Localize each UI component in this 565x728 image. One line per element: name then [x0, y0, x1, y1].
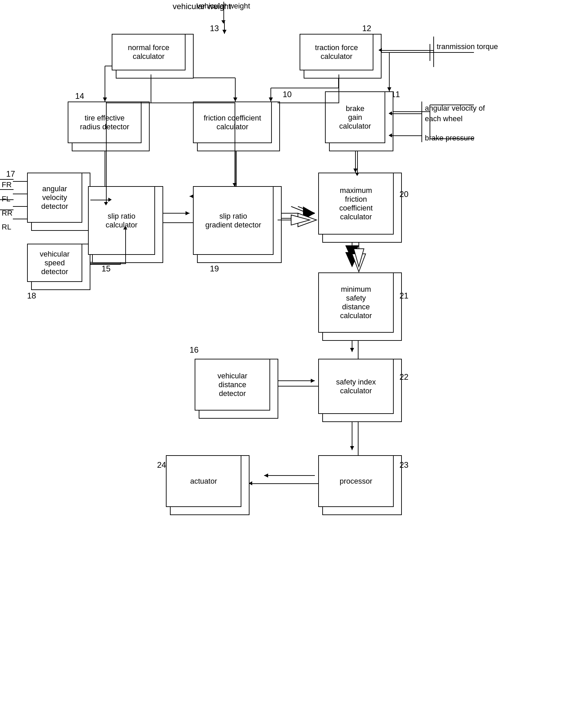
fl-line: [13, 194, 27, 194]
brake-gain-calculator: brakegaincalculator: [325, 91, 389, 147]
safety-to-proc-line: [358, 422, 358, 456]
brake-pressure-label: brake pressure: [425, 134, 475, 142]
svg-marker-61: [264, 473, 268, 478]
num-20: 20: [399, 190, 409, 199]
wheel-labels: FRFLRRRL: [2, 178, 13, 234]
normal-force-calculator: normal forcecalculator: [112, 34, 190, 74]
safety-index-label: safety indexcalculator: [336, 378, 376, 395]
brake-arrow-line1: [389, 113, 422, 114]
av-to-slip-h: [90, 200, 109, 200]
nf-to-fric-h-line: [151, 103, 235, 103]
min-to-safety-line: [358, 341, 358, 359]
svg-marker-57: [311, 379, 315, 383]
num-13: 13: [210, 24, 219, 33]
svg-marker-1: [222, 30, 226, 34]
transmission-torque-label: tranmission torque: [437, 42, 498, 51]
diagram: vehicular weight vehicular weight 13 12 …: [0, 0, 565, 728]
brake-arrow-head1: [389, 111, 392, 115]
slip-ratio-label: slip ratiocalculator: [106, 212, 137, 229]
num-23: 23: [399, 460, 409, 470]
double-arrow-svg: [278, 210, 318, 230]
num-24: 24: [157, 460, 166, 470]
weight-arrow-head: [221, 20, 225, 24]
num-17: 17: [6, 169, 15, 179]
num-18: 18: [27, 291, 36, 301]
num-16: 16: [190, 345, 199, 355]
tire-down-line: [106, 102, 107, 203]
num-10: 10: [283, 90, 292, 99]
vs-to-slip-v: [125, 227, 126, 264]
rl-line: [13, 219, 27, 219]
tf-to-fric-h-line: [278, 103, 339, 103]
processor-box: processor: [318, 455, 398, 511]
normal-force-label: normal forcecalculator: [128, 43, 169, 61]
min-safety-label: minimumsafetydistancecalculator: [340, 285, 372, 320]
veh-dist-to-safety-line: [278, 386, 322, 387]
slip-ratio-calculator: slip ratiocalculator: [88, 186, 159, 259]
slip-ratio-gradient-label: slip ratiogradient detector: [205, 212, 261, 229]
processor-label: processor: [340, 477, 372, 486]
svg-marker-5: [103, 97, 107, 102]
num-19: 19: [210, 264, 219, 273]
weight-arrow-line: [223, 2, 224, 22]
tire-effective-radius: tire effectiveradius detector: [68, 102, 146, 147]
actuator-box: actuator: [166, 455, 245, 511]
traction-force-calculator: traction forcecalculator: [300, 34, 377, 74]
torque-arrow-head: [378, 48, 382, 52]
vehicular-distance-label: vehiculardistancedetector: [217, 372, 247, 398]
av-to-slip-arr: [108, 198, 112, 202]
brake-bracket-line: [421, 102, 422, 142]
fric-down-line: [235, 103, 235, 184]
slip-ratio-gradient: slip ratiogradient detector: [193, 186, 278, 259]
actuator-label: actuator: [190, 477, 217, 486]
vs-to-slip-h: [90, 263, 126, 264]
brake-arrow-head2: [389, 133, 392, 137]
tf-down-line: [339, 74, 339, 103]
svg-marker-55: [350, 348, 354, 352]
brake-to-max-arrow: [355, 173, 359, 176]
brake-to-max-line: [357, 151, 358, 173]
rr-line: [13, 206, 27, 207]
num-14: 14: [75, 91, 84, 101]
svg-marker-44: [186, 211, 190, 215]
nf-to-tire-h-line: [106, 103, 151, 103]
num-22: 22: [399, 372, 409, 382]
traction-force-label: traction forcecalculator: [315, 43, 358, 61]
nf-to-fric-arrow: [233, 183, 237, 186]
max-friction-calculator: maximumfrictioncoefficientcalculator: [318, 173, 398, 239]
slip-to-grad-line: [163, 222, 197, 223]
vehicular-distance: vehiculardistancedetector: [195, 359, 274, 415]
angular-vel-label: angularvelocitydetector: [41, 184, 68, 211]
friction-coeff-label: friction coefficientcalculator: [204, 114, 261, 131]
min-safety-calculator: minimumsafetydistancecalculator: [318, 272, 398, 337]
svg-marker-9: [233, 97, 237, 102]
fr-line: [13, 181, 27, 182]
vs-to-slip-arr: [123, 226, 127, 229]
torque-arrow-line: [379, 50, 434, 51]
nf-down-line: [151, 74, 151, 103]
max-to-min-arrow-svg: [349, 242, 369, 272]
angular-velocity-detector: angularvelocitydetector: [27, 173, 86, 227]
svg-marker-13: [269, 97, 273, 102]
num-21: 21: [399, 291, 409, 301]
svg-marker-59: [350, 446, 354, 450]
vehicular-weight-text: vehicular weight: [173, 2, 231, 11]
proc-to-act-line: [249, 483, 319, 484]
vehicular-speed-detector: vehicularspeeddetector: [27, 244, 86, 286]
max-friction-label: maximumfrictioncoefficientcalculator: [339, 186, 373, 221]
torque-bracket-line: [433, 37, 434, 67]
brake-arrow-line2: [389, 135, 422, 136]
safety-index-calculator: safety indexcalculator: [318, 359, 398, 418]
num-15: 15: [102, 264, 111, 273]
num-12: 12: [362, 24, 371, 33]
tire-effective-label: tire effectiveradius detector: [80, 114, 129, 131]
brake-gain-label: brakegaincalculator: [339, 104, 371, 131]
proc-to-act-arrow: [249, 481, 252, 485]
nf-to-tire-arrow: [104, 202, 108, 205]
angular-velocity-each-label: angular velocity ofeach wheel: [425, 103, 485, 124]
vehicular-speed-label: vehicularspeeddetector: [40, 250, 69, 276]
